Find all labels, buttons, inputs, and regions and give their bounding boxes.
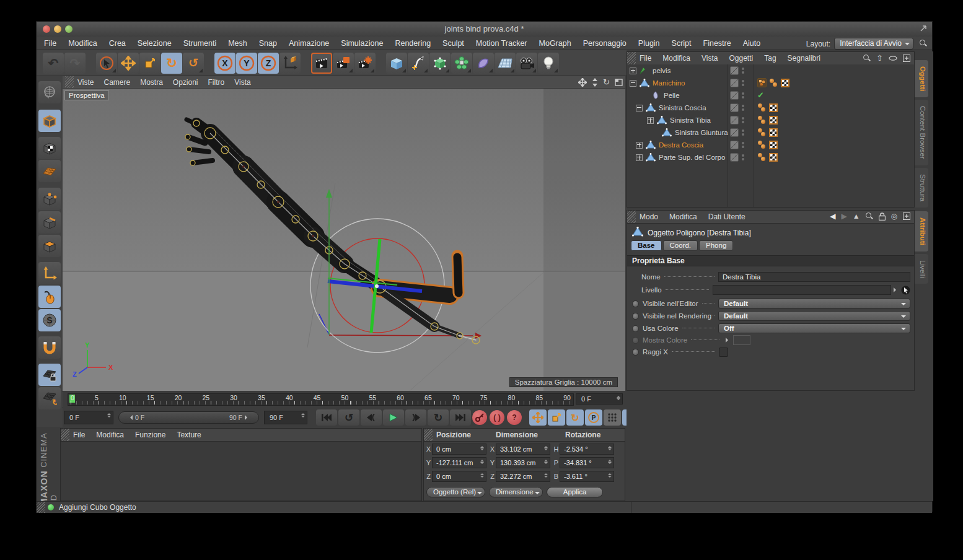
menu-file[interactable]: File <box>44 39 56 48</box>
vp-menu-filtro[interactable]: Filtro <box>208 78 225 87</box>
layer-icon[interactable] <box>730 141 739 149</box>
om-add-icon[interactable] <box>903 55 910 62</box>
soft-selection-button[interactable]: S <box>38 309 61 331</box>
move-tool-button[interactable] <box>118 53 139 74</box>
vp-menu-opzioni[interactable]: Opzioni <box>173 78 198 87</box>
menu-animazione[interactable]: Animazione <box>289 39 329 48</box>
mostra-colore-expand-icon[interactable] <box>726 338 731 343</box>
current-frame-field[interactable]: 0 F <box>576 393 623 405</box>
size-z-field[interactable]: 32.272 cm <box>496 471 550 482</box>
apply-button[interactable]: Applica <box>547 487 604 497</box>
ik-tag-icon[interactable] <box>769 78 778 87</box>
prev-frame-button[interactable] <box>361 409 382 426</box>
am-menu-modifica[interactable]: Modifica <box>669 212 697 221</box>
nome-field[interactable]: Destra Tibia <box>718 272 910 282</box>
last-tool-button[interactable]: ↺ <box>183 53 204 74</box>
tab-coord[interactable]: Coord. <box>663 240 698 251</box>
menu-script[interactable]: Script <box>672 39 692 48</box>
rot-b-field[interactable]: -3.611 ° <box>560 471 614 482</box>
livello-field[interactable] <box>713 285 891 295</box>
tab-base[interactable]: Base <box>631 240 662 251</box>
visibility-dots-icon[interactable] <box>742 117 744 123</box>
rot-p-field[interactable]: -34.831 ° <box>560 457 614 468</box>
raggi-x-checkbox[interactable] <box>719 348 728 357</box>
am-add-icon[interactable] <box>903 212 910 220</box>
render-settings-button[interactable] <box>354 53 376 74</box>
key-position-button[interactable] <box>529 409 547 426</box>
pan-view-icon[interactable] <box>578 78 587 87</box>
visibility-dots-icon[interactable] <box>742 129 744 136</box>
layer-icon[interactable] <box>730 153 739 162</box>
timeline-ruler[interactable]: 0510 152025 303540 455055 606570 758085 … <box>68 393 574 406</box>
ik-tag-icon[interactable] <box>757 152 767 162</box>
coordinate-system-button[interactable] <box>279 53 301 74</box>
anim-dot-icon[interactable] <box>632 349 639 356</box>
workplane-mode2-button[interactable]: ↻ <box>38 387 61 409</box>
om-menu-tag[interactable]: Tag <box>764 54 776 63</box>
am-menu-dati-utente[interactable]: Dati Utente <box>708 212 745 221</box>
collapse-toggle-icon[interactable] <box>636 105 643 112</box>
key-rotation-button[interactable]: ↻ <box>566 409 584 426</box>
key-parameter-button[interactable]: P <box>585 409 602 426</box>
menu-personaggio[interactable]: Personaggio <box>583 39 627 48</box>
texture-mode-button[interactable] <box>38 137 61 159</box>
workplane-lock-button[interactable] <box>38 364 61 386</box>
am-search-icon[interactable] <box>866 212 873 220</box>
polygons-mode-button[interactable] <box>38 235 61 257</box>
title-bar[interactable]: joints bind prova.c4d * <box>37 22 932 37</box>
om-menu-vista[interactable]: Vista <box>701 54 718 63</box>
menu-plugin[interactable]: Plugin <box>638 39 660 48</box>
om-menu-file[interactable]: File <box>640 54 651 63</box>
vp-menu-vista[interactable]: Vista <box>234 78 250 87</box>
menu-aiuto[interactable]: Aiuto <box>743 39 761 48</box>
frame-range-slider[interactable]: 0 F 90 F <box>118 411 259 424</box>
lock-x-button[interactable]: X <box>214 53 235 74</box>
layer-icon[interactable] <box>730 91 739 100</box>
visibility-dots-icon[interactable] <box>742 80 744 86</box>
sync-target-icon[interactable]: ◎ <box>891 212 897 221</box>
texture-tag-icon[interactable] <box>769 103 778 112</box>
visibile-editor-select[interactable]: Default <box>718 299 910 308</box>
viewport-canvas[interactable]: Prospettiva Spazziatura Griglia : 10000 … <box>63 89 625 391</box>
ik-tag-icon[interactable] <box>757 115 767 125</box>
goto-end-button[interactable] <box>450 409 471 426</box>
rotate-view-icon[interactable]: ↻ <box>603 77 610 87</box>
add-subdivision-surface-button[interactable] <box>429 53 451 74</box>
object-row-destra-coscia[interactable]: Destra Coscia <box>627 139 914 151</box>
vp-menu-viste[interactable]: Viste <box>77 78 94 87</box>
layer-icon[interactable] <box>730 66 739 75</box>
object-row-sinistra-coscia[interactable]: Sinistra Coscia <box>627 102 914 114</box>
model-mode-button[interactable] <box>38 110 61 132</box>
expand-toggle-icon[interactable] <box>636 154 643 161</box>
tab-attributi[interactable]: Attributi <box>915 211 928 252</box>
menu-mograph[interactable]: MoGraph <box>539 39 571 48</box>
points-mode-button[interactable] <box>38 188 61 210</box>
rot-h-field[interactable]: -2.534 ° <box>560 444 614 455</box>
key-pla-button[interactable] <box>604 409 621 426</box>
menu-crea[interactable]: Crea <box>109 39 126 48</box>
mat-menu-modifica[interactable]: Modifica <box>96 431 124 439</box>
history-back-icon[interactable]: ◀ <box>830 212 835 221</box>
om-menu-oggetti[interactable]: Oggetti <box>729 54 754 63</box>
menu-motion-tracker[interactable]: Motion Tracker <box>476 39 527 48</box>
autokey-button[interactable]: ( ) <box>490 410 504 425</box>
pos-x-field[interactable]: 0 cm <box>432 444 486 455</box>
parent-object-icon[interactable]: ▲ <box>853 212 860 221</box>
frame-stepper[interactable] <box>617 396 620 400</box>
viewport-tweak-button[interactable] <box>38 286 61 308</box>
lock-icon[interactable] <box>879 212 886 221</box>
object-row-pelvis[interactable]: pelvis <box>627 64 914 77</box>
goto-start-button[interactable] <box>316 409 337 426</box>
size-mode-select[interactable]: Dimensione <box>489 487 543 497</box>
menu-modifica[interactable]: Modifica <box>68 39 97 48</box>
add-light-button[interactable] <box>538 53 559 74</box>
tab-struttura[interactable]: Struttura <box>915 168 928 208</box>
next-frame-button[interactable] <box>405 409 426 426</box>
grip-handle[interactable] <box>61 429 69 441</box>
pos-z-field[interactable]: 0 cm <box>432 471 486 482</box>
axis-mode-button[interactable] <box>38 262 61 284</box>
visibility-dots-icon[interactable] <box>742 92 744 98</box>
prev-key-button[interactable]: ↺ <box>338 409 359 426</box>
livello-flyout-icon[interactable] <box>894 287 899 292</box>
key-scale-button[interactable] <box>548 409 565 426</box>
